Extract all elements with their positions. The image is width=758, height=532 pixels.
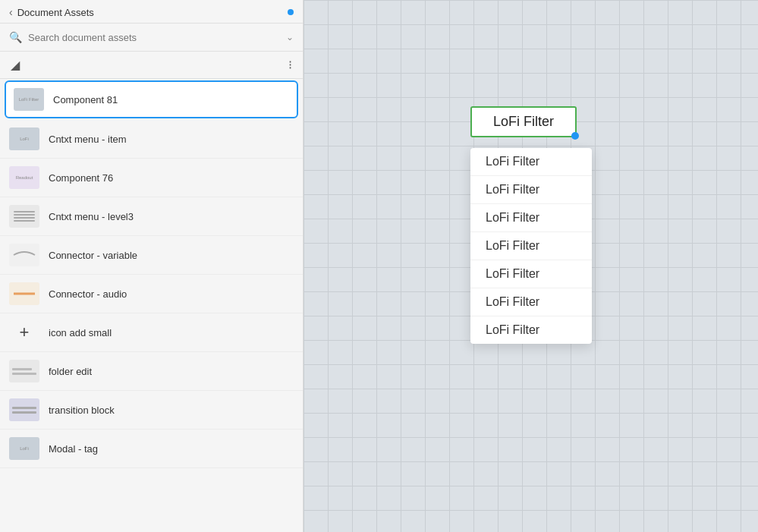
component-name: icon add small (49, 327, 112, 338)
component-thumbnail (9, 282, 39, 305)
canvas-component-label: LoFi Filter (493, 114, 554, 129)
list-item[interactable]: LoFi Filter Component 81 (5, 80, 298, 118)
component-thumbnail (9, 205, 39, 228)
component-thumbnail: LoFi Filter (14, 88, 44, 111)
canvas-selected-component[interactable]: LoFi Filter (470, 106, 577, 137)
sidebar-title-row: ‹ Document Assets (9, 6, 94, 18)
canvas[interactable]: LoFi Filter LoFi Filter LoFi Filter LoFi… (304, 0, 758, 532)
component-thumbnail (9, 398, 39, 421)
component-thumbnail (9, 244, 39, 266)
search-bar: 🔍 ⌄ (0, 24, 303, 52)
notification-dot (288, 9, 294, 15)
dropdown-item[interactable]: LoFi Filter (470, 204, 592, 232)
filter-icon[interactable]: ◢ (11, 58, 20, 72)
component-name: Cntxt menu - level3 (49, 211, 134, 222)
component-name: Connector - variable (49, 250, 137, 261)
dropdown-item[interactable]: LoFi Filter (470, 260, 592, 288)
component-thumbnail: Readout (9, 166, 39, 189)
header-controls (288, 9, 294, 15)
sidebar-header: ‹ Document Assets (0, 0, 303, 24)
list-item[interactable]: Readout Component 76 (0, 159, 303, 197)
search-input[interactable] (28, 32, 280, 43)
grid-icon[interactable]: ⁝ (288, 58, 292, 72)
list-item[interactable]: Connector - variable (0, 236, 303, 275)
component-name: transition block (49, 405, 115, 416)
chevron-down-icon[interactable]: ⌄ (286, 32, 294, 42)
list-item[interactable]: Connector - audio (0, 275, 303, 313)
resize-handle[interactable] (571, 132, 579, 140)
sidebar-title: Document Assets (17, 7, 94, 18)
component-name: Component 81 (53, 94, 118, 105)
dropdown-item[interactable]: LoFi Filter (470, 148, 592, 176)
component-name: folder edit (49, 366, 92, 377)
list-item[interactable]: transition block (0, 391, 303, 430)
list-item[interactable]: LoFi Modal - tag (0, 430, 303, 468)
search-icon: 🔍 (9, 31, 22, 43)
filter-row: ◢ ⁝ (0, 52, 303, 79)
component-thumbnail: LoFi (9, 127, 39, 150)
component-thumbnail: LoFi (9, 437, 39, 460)
list-item[interactable]: LoFi Cntxt menu - item (0, 120, 303, 159)
component-list: LoFi Filter Component 81 LoFi Cntxt menu… (0, 79, 303, 532)
dropdown-item[interactable]: LoFi Filter (470, 288, 592, 316)
list-item[interactable]: + icon add small (0, 313, 303, 352)
list-item[interactable]: Cntxt menu - level3 (0, 197, 303, 236)
list-item[interactable]: folder edit (0, 352, 303, 391)
canvas-dropdown: LoFi Filter LoFi Filter LoFi Filter LoFi… (470, 148, 592, 344)
component-name: Connector - audio (49, 288, 127, 300)
dropdown-item[interactable]: LoFi Filter (470, 176, 592, 204)
component-name: Modal - tag (49, 443, 98, 455)
dropdown-item[interactable]: LoFi Filter (470, 316, 592, 344)
component-thumbnail (9, 360, 39, 382)
back-arrow[interactable]: ‹ (9, 6, 13, 18)
component-thumbnail: + (9, 321, 39, 344)
component-name: Cntxt menu - item (49, 134, 127, 145)
dropdown-item[interactable]: LoFi Filter (470, 232, 592, 260)
component-name: Component 76 (49, 172, 113, 184)
sidebar: ‹ Document Assets 🔍 ⌄ ◢ ⁝ LoFi Filter Co… (0, 0, 304, 532)
